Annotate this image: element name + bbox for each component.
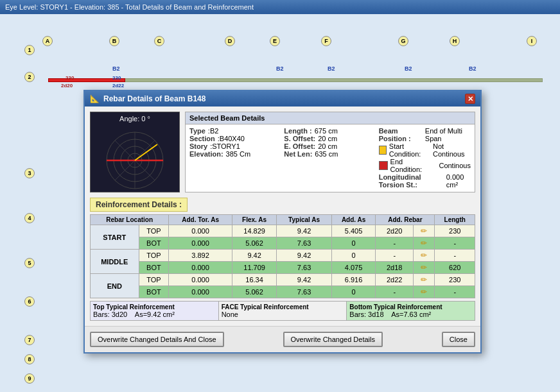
- start-bot-flexas: 5.062: [232, 237, 276, 250]
- col-label-C: C: [154, 36, 164, 46]
- annot-2d20: 2d20: [61, 83, 73, 89]
- col-label-B: B: [109, 36, 119, 46]
- col-label-D: D: [225, 36, 235, 46]
- table-row: BOT 0.000 11.709 7.63 4.075 2d18 ✏ 620: [91, 262, 475, 274]
- main-title: Eye Level: STORY1 - Elevation: 385 - Tot…: [5, 3, 254, 11]
- end-top-length: 230: [435, 274, 475, 286]
- type-label: Type: [189, 127, 206, 135]
- end-top-addrebar: 2d22: [376, 274, 414, 286]
- table-row: END TOP 0.000 16.34 9.42 6.916 2d22 ✏ 23…: [91, 274, 475, 286]
- middle-top-flexas: 9.42: [232, 250, 276, 262]
- story-row: Story :STORY1: [189, 142, 281, 150]
- start-bot-typicalas: 7.63: [277, 237, 332, 250]
- typical-face-value: None: [222, 311, 344, 318]
- col-header-flexas: Flex. As: [232, 215, 276, 225]
- start-bot-pos: BOT: [139, 237, 169, 250]
- col-label-A: A: [42, 36, 53, 46]
- row-label-5: 5: [24, 258, 35, 268]
- typical-face-cell: FACE Typical Reinforcement None: [219, 302, 347, 320]
- details-col1: Type :B2 Section :B40X40 Story :STORY1: [189, 127, 281, 189]
- middle-bot-addrebar: 2d18: [376, 262, 414, 274]
- annot-230-1: 230: [66, 75, 74, 81]
- col-label-E: E: [270, 36, 280, 46]
- length-row: Length : 675 cm: [284, 127, 376, 135]
- long-torsion-row: Longitudinal Torsion St.: 0.000 cm²: [379, 173, 471, 189]
- long-torsion-value: 0.000 cm²: [446, 173, 471, 189]
- modal-close-x-button[interactable]: ✕: [465, 94, 475, 104]
- middle-top-typicalas: 9.42: [277, 250, 332, 262]
- close-button[interactable]: Close: [442, 332, 475, 347]
- middle-bot-addas: 4.075: [331, 262, 376, 274]
- end-bot-pos: BOT: [139, 286, 169, 298]
- end-bot-flexas: 5.062: [232, 286, 276, 298]
- main-title-bar: Eye Level: STORY1 - Elevation: 385 - Tot…: [0, 0, 560, 14]
- end-top-typicalas: 9.42: [277, 274, 332, 286]
- end-bot-length: -: [435, 286, 475, 298]
- row-label-6: 6: [24, 296, 35, 307]
- overwrite-button[interactable]: Overwrite Changed Details: [283, 332, 383, 347]
- reinf-table: Rebar Location Add. Tor. As Flex. As Typ…: [90, 214, 475, 298]
- start-top-typicalas: 9.42: [277, 225, 332, 237]
- modal-title-left: 📐 Rebar Details of Beam B148: [90, 94, 206, 103]
- elevation-value: 385 Cm: [226, 150, 251, 158]
- row-label-8: 8: [24, 354, 35, 364]
- end-bot-edit[interactable]: ✏: [414, 286, 435, 298]
- beam-label-b2-1: B2: [112, 65, 120, 72]
- beam-details-panel: Selected Beam Details Type :B2 Section :…: [185, 112, 475, 192]
- overwrite-close-button[interactable]: Overwrite Changed Details And Close: [90, 332, 224, 347]
- eoffset-label: E. Offset:: [284, 142, 315, 150]
- soffset-row: S. Offset: 20 cm: [284, 135, 376, 142]
- modal-dialog: 📐 Rebar Details of Beam B148 ✕ Angle: 0 …: [83, 90, 482, 354]
- soffset-value: 20 cm: [318, 135, 337, 142]
- middle-bot-edit[interactable]: ✏: [414, 262, 435, 274]
- modal-title-bar: 📐 Rebar Details of Beam B148 ✕: [85, 91, 480, 107]
- middle-top-edit[interactable]: ✏: [414, 250, 435, 262]
- start-bot-edit[interactable]: ✏: [414, 237, 435, 250]
- table-row: MIDDLE TOP 3.892 9.42 9.42 0 - ✏ -: [91, 250, 475, 262]
- middle-label: MIDDLE: [91, 250, 139, 274]
- netlen-label: Net Len:: [284, 150, 312, 158]
- netlen-row: Net Len: 635 cm: [284, 150, 376, 158]
- col-header-addrebar: Add. Rebar: [376, 215, 435, 225]
- end-bot-addrebar: -: [376, 286, 414, 298]
- annot-2d22-1: 2d22: [112, 83, 124, 89]
- netlen-value: 635 cm: [315, 150, 338, 158]
- col-label-I: I: [527, 36, 537, 46]
- middle-top-length: -: [435, 250, 475, 262]
- start-top-addtoras: 0.000: [169, 225, 232, 237]
- start-top-edit[interactable]: ✏: [414, 225, 435, 237]
- type-row: Type :B2: [189, 127, 281, 135]
- end-top-flexas: 16.34: [232, 274, 276, 286]
- beam-position-value: End of Multi Span: [425, 127, 471, 142]
- start-top-length: 230: [435, 225, 475, 237]
- end-bot-addas: 0: [331, 286, 376, 298]
- typical-bottom-bars: Bars: 3d18 As=7.63 cm²: [349, 311, 472, 318]
- end-top-edit[interactable]: ✏: [414, 274, 435, 286]
- col-header-typicalas: Typical As: [277, 215, 332, 225]
- row-label-3: 3: [24, 168, 35, 178]
- typical-top-label: Top Typical Reinforcement: [93, 303, 216, 311]
- start-condition-value: Not Continous: [433, 142, 471, 158]
- typical-face-label: FACE Typical Reinforcement: [222, 303, 344, 311]
- middle-top-addtoras: 3.892: [169, 250, 232, 262]
- end-bot-typicalas: 7.63: [277, 286, 332, 298]
- middle-bot-typicalas: 7.63: [277, 262, 332, 274]
- section-row: Section :B40X40: [189, 135, 281, 142]
- eoffset-row: E. Offset: 20 cm: [284, 142, 376, 150]
- end-bot-addtoras: 0.000: [169, 286, 232, 298]
- end-condition-row: End Condition: Continous: [379, 158, 471, 173]
- end-top-addtoras: 0.000: [169, 274, 232, 286]
- angle-diagram: [96, 125, 173, 189]
- beam-position-row: Beam Position : End of Multi Span: [379, 127, 471, 142]
- row-label-1: 1: [24, 45, 35, 55]
- col-header-addtoras: Add. Tor. As: [169, 215, 232, 225]
- section-label: Section: [189, 135, 215, 142]
- middle-bot-flexas: 11.709: [232, 262, 276, 274]
- middle-top-addas: 0: [331, 250, 376, 262]
- start-top-flexas: 14.829: [232, 225, 276, 237]
- col-label-F: F: [321, 36, 331, 46]
- modal-footer: Overwrite Changed Details And Close Over…: [85, 326, 480, 352]
- length-value: 675 cm: [315, 127, 338, 135]
- start-bot-length: -: [435, 237, 475, 250]
- row-label-4: 4: [24, 213, 35, 223]
